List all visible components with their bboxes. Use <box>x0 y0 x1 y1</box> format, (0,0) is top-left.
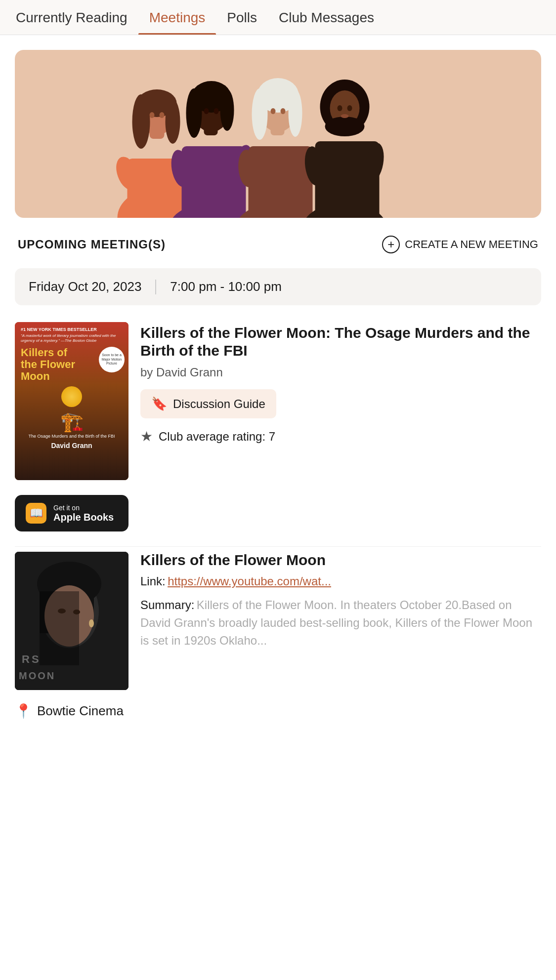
apple-books-store-label: Apple Books <box>53 512 114 523</box>
svg-point-32 <box>271 108 276 114</box>
svg-point-9 <box>166 99 180 144</box>
svg-point-41 <box>338 105 342 111</box>
svg-rect-50 <box>40 591 79 665</box>
movie-item: RS MOON Killers of the Flower Moon Link:… <box>0 547 556 695</box>
tab-meetings[interactable]: Meetings <box>138 0 216 35</box>
movie-link-row: Link: https://www.youtube.com/wat... <box>140 574 541 588</box>
svg-point-20 <box>220 89 234 131</box>
svg-point-21 <box>204 108 209 114</box>
svg-point-19 <box>186 88 202 138</box>
create-meeting-label: CREATE A NEW MEETING <box>405 238 538 251</box>
movie-summary: Summary: Killers of the Flower Moon. In … <box>140 596 541 650</box>
svg-point-33 <box>281 108 286 114</box>
rating-label: Club average rating: 7 <box>159 430 275 444</box>
book-subtitle-cover: The Osage Murders and the Birth of the F… <box>21 434 123 440</box>
movie-info: Killers of the Flower Moon Link: https:/… <box>140 552 541 690</box>
book-info: Killers of the Flower Moon: The Osage Mu… <box>140 322 541 480</box>
bookmark-icon: 🔖 <box>151 396 167 411</box>
hero-image <box>15 50 541 218</box>
svg-point-11 <box>160 112 165 118</box>
get-it-on-label: Get it on <box>53 504 114 512</box>
svg-text:MOON: MOON <box>19 670 55 681</box>
movie-title: Killers of the Flower Moon <box>140 552 541 569</box>
svg-point-51 <box>89 619 94 627</box>
location-text: Bowtie Cinema <box>37 703 124 719</box>
svg-point-53 <box>73 610 80 614</box>
movie-summary-text: Killers of the Flower Moon. In theaters … <box>140 598 532 647</box>
book-badge-sub: "A masterful work of literary journalism… <box>21 333 123 344</box>
apple-books-text: Get it on Apple Books <box>53 504 114 523</box>
create-meeting-button[interactable]: + CREATE A NEW MEETING <box>382 236 538 253</box>
movie-link-url[interactable]: https://www.youtube.com/wat... <box>168 574 331 588</box>
rating-row: ★ Club average rating: 7 <box>140 428 541 445</box>
discussion-guide-label: Discussion Guide <box>173 397 265 411</box>
star-icon: ★ <box>140 428 153 445</box>
svg-point-8 <box>132 94 150 149</box>
tab-club-messages[interactable]: Club Messages <box>268 0 385 35</box>
date-divider <box>155 280 156 294</box>
svg-point-10 <box>150 112 155 118</box>
book-author: by David Grann <box>140 366 541 379</box>
book-item: #1 NEW YORK TIMES BESTSELLER "A masterfu… <box>0 317 556 495</box>
section-header: UPCOMING MEETING(S) + CREATE A NEW MEETI… <box>0 218 556 263</box>
location-icon: 📍 <box>15 703 32 719</box>
svg-point-22 <box>214 108 219 114</box>
tab-polls[interactable]: Polls <box>216 0 268 35</box>
tab-currently-reading[interactable]: Currently Reading <box>5 0 138 35</box>
svg-point-43 <box>341 114 349 118</box>
svg-text:RS: RS <box>22 653 41 665</box>
movie-link-label: Link: <box>140 574 166 588</box>
motion-badge: Soon to be a Major Motion Picture <box>99 347 125 372</box>
discussion-guide-button[interactable]: 🔖 Discussion Guide <box>140 389 276 418</box>
svg-point-30 <box>252 88 268 140</box>
svg-point-31 <box>289 89 302 137</box>
apple-books-icon: 📖 <box>26 503 46 524</box>
meeting-date: Friday Oct 20, 2023 <box>29 279 141 294</box>
create-icon: + <box>382 236 400 253</box>
apple-books-button[interactable]: 📖 Get it on Apple Books <box>15 495 128 531</box>
svg-point-42 <box>347 105 352 111</box>
meeting-date-card[interactable]: Friday Oct 20, 2023 7:00 pm - 10:00 pm <box>15 268 541 305</box>
svg-point-40 <box>325 117 365 136</box>
book-cover: #1 NEW YORK TIMES BESTSELLER "A masterfu… <box>15 322 128 480</box>
movie-summary-label: Summary: <box>140 598 194 612</box>
book-badge: #1 NEW YORK TIMES BESTSELLER <box>21 327 123 332</box>
book-title: Killers of the Flower Moon: The Osage Mu… <box>140 324 541 360</box>
tab-bar: Currently Reading Meetings Polls Club Me… <box>0 0 556 35</box>
svg-point-52 <box>58 609 66 613</box>
location-row: 📍 Bowtie Cinema <box>0 695 556 734</box>
movie-thumbnail: RS MOON <box>15 552 128 690</box>
meeting-time: 7:00 pm - 10:00 pm <box>170 279 281 294</box>
book-cover-author: David Grann <box>21 442 123 449</box>
upcoming-meetings-title: UPCOMING MEETING(S) <box>18 238 166 251</box>
